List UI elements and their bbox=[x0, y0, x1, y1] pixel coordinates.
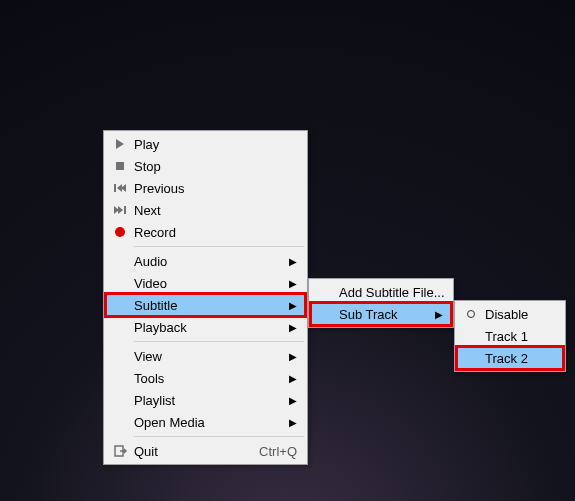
subtitle-submenu: Add Subtitle File... Sub Track ▶ bbox=[308, 278, 454, 328]
menu-item-play[interactable]: Play bbox=[106, 133, 305, 155]
menu-item-tools[interactable]: Tools ▶ bbox=[106, 367, 305, 389]
menu-item-label: Stop bbox=[134, 159, 297, 174]
menu-item-label: Track 2 bbox=[485, 351, 555, 366]
play-icon bbox=[106, 137, 134, 151]
menu-item-next[interactable]: Next bbox=[106, 199, 305, 221]
stop-icon bbox=[106, 159, 134, 173]
context-menu: Play Stop Previous Next Record bbox=[103, 130, 308, 465]
menu-item-label: Disable bbox=[485, 307, 555, 322]
menu-item-label: Previous bbox=[134, 181, 297, 196]
menu-separator bbox=[134, 246, 304, 247]
svg-rect-1 bbox=[114, 184, 116, 192]
submenu-arrow-icon: ▶ bbox=[287, 278, 297, 289]
menu-item-open-media[interactable]: Open Media ▶ bbox=[106, 411, 305, 433]
sub-track-submenu: Disable Track 1 Track 2 bbox=[454, 300, 566, 372]
record-icon bbox=[106, 225, 134, 239]
menu-item-playback[interactable]: Playback ▶ bbox=[106, 316, 305, 338]
menu-item-label: Playlist bbox=[134, 393, 287, 408]
svg-point-3 bbox=[115, 227, 125, 237]
submenu-arrow-icon: ▶ bbox=[287, 351, 297, 362]
menu-item-add-subtitle-file[interactable]: Add Subtitle File... bbox=[311, 281, 451, 303]
menu-item-label: Audio bbox=[134, 254, 287, 269]
menu-item-quit[interactable]: Quit Ctrl+Q bbox=[106, 440, 305, 462]
menu-item-label: Open Media bbox=[134, 415, 287, 430]
submenu-arrow-icon: ▶ bbox=[433, 309, 443, 320]
quit-icon bbox=[106, 444, 134, 458]
menu-item-sub-track[interactable]: Sub Track ▶ bbox=[311, 303, 451, 325]
menu-item-label: View bbox=[134, 349, 287, 364]
submenu-arrow-icon: ▶ bbox=[287, 373, 297, 384]
menu-item-label: Playback bbox=[134, 320, 287, 335]
menu-item-label: Video bbox=[134, 276, 287, 291]
menu-item-record[interactable]: Record bbox=[106, 221, 305, 243]
menu-separator bbox=[134, 341, 304, 342]
menu-item-track-1[interactable]: Track 1 bbox=[457, 325, 563, 347]
submenu-arrow-icon: ▶ bbox=[287, 256, 297, 267]
next-icon bbox=[106, 203, 134, 217]
menu-item-label: Add Subtitle File... bbox=[339, 285, 469, 300]
submenu-arrow-icon: ▶ bbox=[287, 395, 297, 406]
menu-item-label: Tools bbox=[134, 371, 287, 386]
svg-rect-2 bbox=[124, 206, 126, 214]
menu-item-video[interactable]: Video ▶ bbox=[106, 272, 305, 294]
menu-item-audio[interactable]: Audio ▶ bbox=[106, 250, 305, 272]
menu-item-label: Next bbox=[134, 203, 297, 218]
menu-item-playlist[interactable]: Playlist ▶ bbox=[106, 389, 305, 411]
submenu-arrow-icon: ▶ bbox=[287, 417, 297, 428]
menu-item-previous[interactable]: Previous bbox=[106, 177, 305, 199]
submenu-arrow-icon: ▶ bbox=[287, 300, 297, 311]
menu-item-subtitle[interactable]: Subtitle ▶ bbox=[106, 294, 305, 316]
menu-item-label: Play bbox=[134, 137, 297, 152]
menu-item-disable[interactable]: Disable bbox=[457, 303, 563, 325]
menu-item-stop[interactable]: Stop bbox=[106, 155, 305, 177]
menu-item-label: Subtitle bbox=[134, 298, 287, 313]
menu-item-label: Sub Track bbox=[339, 307, 433, 322]
menu-item-label: Track 1 bbox=[485, 329, 555, 344]
previous-icon bbox=[106, 181, 134, 195]
radio-icon bbox=[457, 310, 485, 318]
menu-item-view[interactable]: View ▶ bbox=[106, 345, 305, 367]
menu-item-shortcut: Ctrl+Q bbox=[243, 444, 297, 459]
submenu-arrow-icon: ▶ bbox=[287, 322, 297, 333]
menu-item-label: Quit bbox=[134, 444, 243, 459]
svg-rect-0 bbox=[116, 162, 124, 170]
menu-item-track-2[interactable]: Track 2 bbox=[457, 347, 563, 369]
menu-separator bbox=[134, 436, 304, 437]
menu-item-label: Record bbox=[134, 225, 297, 240]
